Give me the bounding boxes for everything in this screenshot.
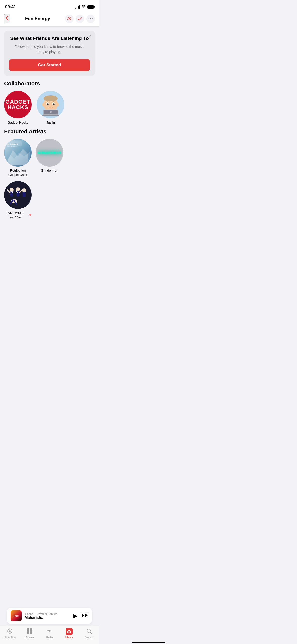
artist-item-atarashii[interactable]: ATARASHII GAKKO! ★ xyxy=(4,181,32,219)
status-time: 09:41 xyxy=(5,4,16,9)
atarashii-name-row: ATARASHII GAKKO! ★ xyxy=(4,211,32,219)
bar1 xyxy=(75,8,76,9)
battery-fill xyxy=(88,6,93,8)
svg-point-18 xyxy=(50,111,52,113)
svg-point-14 xyxy=(54,104,54,104)
svg-point-3 xyxy=(90,18,91,19)
featured-artists-title: Featured Artists xyxy=(4,128,95,135)
bar2 xyxy=(77,7,77,9)
svg-point-6 xyxy=(42,103,45,107)
gadget-hacks-logo: GADGET HACKS xyxy=(4,91,32,118)
bar4 xyxy=(79,5,80,9)
featured-artists-section: Featured Artists xyxy=(4,128,95,219)
page-title: Fun Energy xyxy=(25,16,50,21)
signal-bars-icon xyxy=(75,5,80,9)
bar3 xyxy=(78,6,79,9)
svg-point-0 xyxy=(68,17,69,19)
svg-point-34 xyxy=(22,188,26,192)
status-icons xyxy=(75,5,94,9)
collaborators-section: Collaborators GADGET HACKS Gadget Hacks xyxy=(4,80,95,124)
friends-button[interactable] xyxy=(65,15,74,23)
svg-point-28 xyxy=(10,188,14,192)
checkmark-button[interactable] xyxy=(76,15,84,23)
svg-text:GOSPEL CHOIR: GOSPEL CHOIR xyxy=(7,145,17,147)
friends-card: × See What Friends Are Listening To Foll… xyxy=(4,31,95,76)
svg-point-31 xyxy=(16,187,20,191)
atarashii-avatar xyxy=(4,181,32,209)
svg-rect-35 xyxy=(23,192,26,197)
svg-point-1 xyxy=(70,17,71,19)
artist-item-retribution[interactable]: RETRIBUTION GOSPEL CHOIR RetributionGosp… xyxy=(4,139,32,177)
collaborator-item-justin[interactable]: Justin xyxy=(37,91,64,124)
justin-avatar xyxy=(37,91,64,118)
svg-point-4 xyxy=(92,18,93,19)
wifi-icon xyxy=(81,5,86,9)
collaborators-list: GADGET HACKS Gadget Hacks xyxy=(4,91,95,124)
back-button[interactable] xyxy=(4,14,10,23)
status-bar: 09:41 xyxy=(0,0,99,12)
gadget-hacks-avatar: GADGET HACKS xyxy=(4,91,32,118)
artists-list: RETRIBUTION GOSPEL CHOIR RetributionGosp… xyxy=(4,139,95,219)
justin-memoji xyxy=(37,91,64,118)
atarashii-photo xyxy=(4,181,32,209)
tab-spacer xyxy=(4,223,95,248)
collaborator-name-justin: Justin xyxy=(46,120,55,124)
friends-card-title: See What Friends Are Listening To xyxy=(9,36,90,42)
svg-point-7 xyxy=(56,103,59,107)
get-started-button[interactable]: Get Started xyxy=(9,59,90,71)
nav-actions xyxy=(65,15,95,23)
more-button[interactable] xyxy=(86,15,95,23)
friends-card-description: Follow people you know to browse the mus… xyxy=(9,44,90,55)
nav-bar: Fun Energy xyxy=(0,12,99,27)
collaborator-item-gadget-hacks[interactable]: GADGET HACKS Gadget Hacks xyxy=(4,91,32,124)
grinderman-avatar: GRINDERMAN xyxy=(36,139,63,167)
main-content: × See What Friends Are Listening To Foll… xyxy=(0,27,99,252)
artist-name-grinderman: Grinderman xyxy=(41,169,58,173)
artist-name-retribution: RetributionGospel Choir xyxy=(8,169,27,177)
svg-point-13 xyxy=(48,104,48,104)
grinderman-album-art: GRINDERMAN xyxy=(36,139,63,167)
featured-star-icon: ★ xyxy=(29,213,32,217)
svg-point-11 xyxy=(47,103,49,105)
retribution-avatar: RETRIBUTION GOSPEL CHOIR xyxy=(4,139,32,167)
svg-rect-17 xyxy=(40,115,61,116)
artist-item-grinderman[interactable]: GRINDERMAN Grinderman xyxy=(36,139,63,177)
svg-text:RETRIBUTION: RETRIBUTION xyxy=(7,143,18,145)
svg-text:GRINDERMAN: GRINDERMAN xyxy=(38,151,61,155)
collaborator-name-gadget-hacks: Gadget Hacks xyxy=(8,120,28,124)
close-button[interactable]: × xyxy=(89,34,91,38)
collaborators-title: Collaborators xyxy=(4,80,95,87)
artist-name-atarashii: ATARASHII GAKKO! xyxy=(4,211,28,219)
retribution-album-art: RETRIBUTION GOSPEL CHOIR xyxy=(4,139,32,167)
svg-point-12 xyxy=(53,103,55,105)
svg-point-2 xyxy=(88,18,89,19)
svg-point-8 xyxy=(44,95,58,101)
battery-icon xyxy=(87,5,94,9)
